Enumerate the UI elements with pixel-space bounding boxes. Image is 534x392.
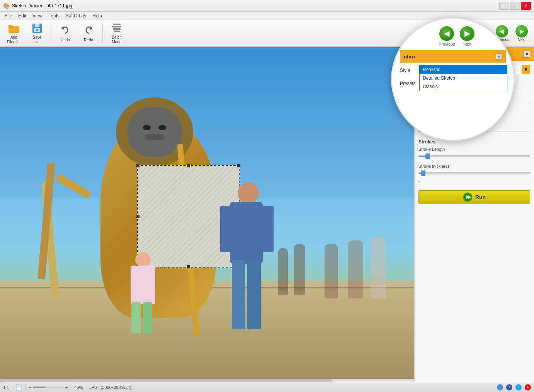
- bg-person-1: [278, 248, 288, 295]
- zoom-minus-icon[interactable]: −: [29, 385, 31, 390]
- h-scrollbar[interactable]: [0, 379, 414, 382]
- zoom-panel-close[interactable]: ✕: [496, 53, 502, 60]
- status-page-icon: 📄: [15, 384, 22, 390]
- redo-icon: [82, 25, 95, 37]
- zoom-style-label: Style: [400, 68, 419, 73]
- status-sep-1: [12, 385, 12, 390]
- svg-rect-10: [112, 26, 121, 27]
- zoom-previous-label: Previous: [439, 42, 455, 46]
- minimize-button[interactable]: —: [499, 2, 509, 10]
- undo-icon: [59, 25, 71, 37]
- zoom-panel-title: nbox: [404, 54, 416, 60]
- menu-tools[interactable]: Tools: [46, 12, 63, 19]
- zoom-fill: [33, 387, 45, 388]
- child-figure: [128, 252, 158, 337]
- zoom-circle: ◀ Previous ▶ Next nbox ✕ Style Realistic…: [391, 17, 515, 141]
- add-files-label: AddFile(s)...: [7, 35, 21, 44]
- zoom-previous-button[interactable]: ◀: [439, 26, 454, 41]
- run-button[interactable]: Run: [418, 190, 530, 204]
- folder-icon: [8, 22, 20, 34]
- save-as-label: Saveas...: [33, 35, 42, 44]
- save-as-button[interactable]: Saveas...: [26, 20, 48, 46]
- twitter-icon[interactable]: t: [515, 384, 522, 390]
- dropdown-item-realistic[interactable]: Realistic: [420, 65, 507, 74]
- youtube-icon[interactable]: ▶: [525, 384, 531, 390]
- svg-rect-6: [36, 29, 38, 31]
- titlebar-controls: — □ ✕: [499, 2, 531, 10]
- bg-person-2: [294, 244, 305, 295]
- stroke-length-thumb[interactable]: [425, 153, 430, 159]
- zoom-next-label: Next: [463, 42, 471, 46]
- status-sep-3: [71, 385, 71, 390]
- canvas-area[interactable]: [0, 47, 414, 382]
- svg-rect-2: [9, 25, 12, 27]
- dropdown-item-classic[interactable]: Classic: [420, 82, 507, 91]
- zoom-next-button[interactable]: ▶: [460, 26, 474, 41]
- svg-rect-12: [114, 31, 120, 32]
- facebook-icon[interactable]: f: [506, 384, 512, 390]
- man-figure: [224, 182, 270, 356]
- statusbar: 1:1 📄 − + 46% JPG (3000x2000x24) i f t ▶: [0, 382, 534, 392]
- menu-file[interactable]: File: [2, 12, 15, 19]
- undo-button[interactable]: Undo: [54, 23, 76, 44]
- undo-label: Undo: [61, 38, 70, 42]
- status-sep-2: [25, 385, 26, 390]
- zoom-bar[interactable]: [33, 387, 64, 388]
- stroke-length-section: Stroke Length: [418, 147, 530, 159]
- panel-close-button[interactable]: ✕: [523, 51, 530, 58]
- menu-edit[interactable]: Edit: [15, 12, 29, 19]
- info-icon[interactable]: i: [497, 384, 503, 390]
- bg-person-5: [371, 237, 386, 298]
- photo-background: [0, 47, 414, 382]
- dropdown-item-detailed-sketch[interactable]: Detailed Sketch: [420, 74, 507, 82]
- titlebar-title: Sketch Drawer - otp-1711.jpg: [12, 3, 72, 9]
- next-arrow-icon: ▶: [464, 29, 470, 38]
- previous-icon: ◀: [496, 25, 508, 37]
- svg-rect-9: [113, 24, 121, 25]
- bg-person-4: [348, 240, 363, 298]
- zoom-slider-container: − +: [29, 385, 68, 390]
- handle-top-right[interactable]: [237, 164, 240, 167]
- next-icon: ▶: [515, 25, 528, 37]
- separator-dot: [418, 181, 420, 182]
- batch-mode-label: BatchMode: [112, 35, 122, 44]
- handle-top-left[interactable]: [136, 164, 139, 167]
- batch-mode-button[interactable]: BatchMode: [106, 20, 128, 46]
- app-icon: 🎨: [3, 3, 10, 9]
- stroke-length-track: [418, 155, 530, 157]
- svg-rect-11: [113, 28, 121, 30]
- handle-bot-mid[interactable]: [187, 265, 190, 268]
- menu-help[interactable]: Help: [89, 12, 105, 19]
- maximize-button[interactable]: □: [510, 2, 520, 10]
- toolbar-sep-2: [102, 24, 103, 43]
- status-format: JPG: [89, 385, 97, 390]
- redo-label: Redo: [84, 38, 93, 42]
- zoom-circle-bg: ◀ Previous ▶ Next nbox ✕ Style Realistic…: [392, 19, 514, 140]
- handle-top-mid[interactable]: [187, 164, 190, 167]
- stroke-thickness-track: [418, 172, 530, 174]
- stroke-length-label: Stroke Length: [418, 147, 530, 152]
- stroke-thickness-section: Stroke thickness: [418, 164, 530, 176]
- menu-softorbits[interactable]: SoftOrbits: [63, 12, 89, 19]
- titlebar: 🎨 Sketch Drawer - otp-1711.jpg — □ ✕: [0, 0, 534, 12]
- next-label: Next: [518, 37, 526, 42]
- h-scrollbar-thumb: [0, 379, 332, 382]
- toolbar-sep-1: [51, 24, 51, 43]
- add-files-button[interactable]: AddFile(s)...: [3, 20, 25, 46]
- run-label: Run: [475, 194, 486, 200]
- svg-rect-4: [35, 24, 39, 27]
- zoom-previous-group: ◀ Previous: [439, 26, 455, 46]
- close-button[interactable]: ✕: [521, 2, 531, 10]
- next-button[interactable]: ▶ Next: [512, 24, 531, 43]
- handle-mid-left[interactable]: [136, 215, 139, 218]
- menu-view[interactable]: View: [29, 12, 46, 19]
- redo-button[interactable]: Redo: [78, 23, 99, 44]
- save-icon: [31, 22, 43, 34]
- previous-arrow-icon: ◀: [444, 29, 449, 38]
- strokes-section: Strokes Stroke Length Stroke thickness: [418, 139, 530, 176]
- stroke-thickness-thumb[interactable]: [421, 170, 425, 176]
- stroke-length-slider-container: [418, 153, 530, 159]
- zoom-panel-header: nbox ✕: [400, 50, 506, 63]
- zoom-plus-icon[interactable]: +: [65, 385, 68, 390]
- strokes-title: Strokes: [418, 139, 530, 145]
